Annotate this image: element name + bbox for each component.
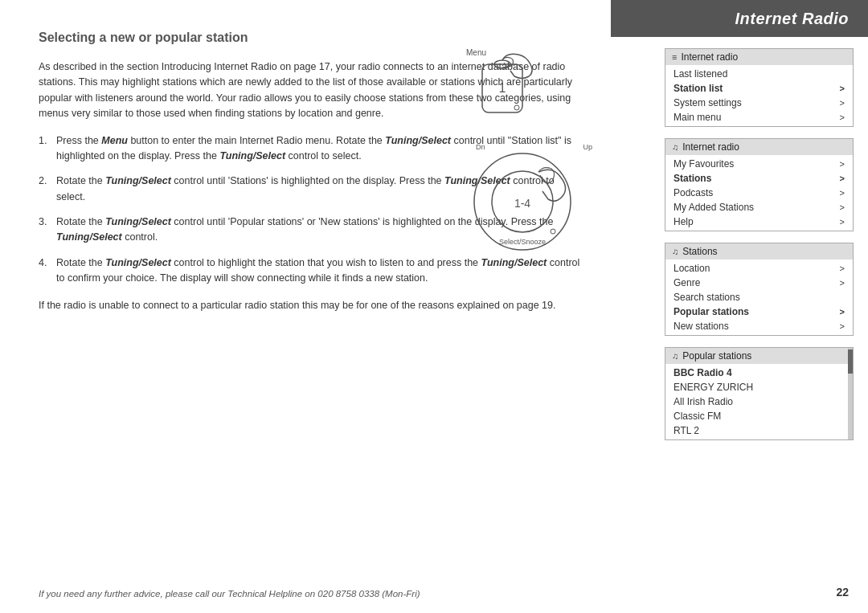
footer-text: If you need any further advice, please c… [39, 589, 420, 599]
row-label-system-settings: System settings [674, 97, 742, 108]
row-arrow-stations: > [840, 174, 845, 183]
row-label-main-menu: Main menu [674, 112, 721, 123]
row-label-popular-stations: Popular stations [674, 306, 749, 317]
panel-popular-stations: ♫ Popular stations BBC Radio 4 ENERGY ZU… [665, 347, 854, 440]
panel-header-2: ♫ Internet radio [665, 139, 853, 155]
panel-scrollbar[interactable] [848, 348, 853, 439]
panel-header-text-1: Internet radio [681, 51, 738, 63]
hand-button-diagram: 1 [458, 48, 563, 137]
row-arrow-help: > [840, 217, 845, 227]
row-arrow-system-settings: > [840, 98, 845, 108]
row-label-genre: Genre [674, 277, 700, 288]
panel-row-main-menu[interactable]: Main menu > [665, 110, 853, 125]
panel-row-last-listened[interactable]: Last listened [665, 67, 853, 81]
row-label-my-added-stations: My Added Stations [674, 202, 754, 213]
panel-icon-4: ♫ [672, 351, 678, 361]
panel-body-4: BBC Radio 4 ENERGY ZURICH All Irish Radi… [665, 364, 853, 439]
section-heading: Selecting a new or popular station [39, 31, 582, 45]
menu-label: Menu [466, 48, 486, 57]
panel-body-1: Last listened Station list > System sett… [665, 65, 853, 126]
panel-row-system-settings[interactable]: System settings > [665, 96, 853, 110]
page-number: 22 [836, 586, 849, 599]
panel-row-podcasts[interactable]: Podcasts > [665, 186, 853, 200]
panel-row-my-favourites[interactable]: My Favourites > [665, 157, 853, 171]
svg-point-3 [514, 105, 519, 110]
panel-internet-radio-1: ≡ Internet radio Last listened Station l… [665, 48, 854, 127]
row-label-station-list: Station list [674, 83, 723, 94]
row-label-stations: Stations [674, 173, 711, 184]
panel-row-genre[interactable]: Genre > [665, 276, 853, 290]
panel-header-4: ♫ Popular stations [665, 348, 853, 364]
row-label-podcasts: Podcasts [674, 187, 713, 198]
row-arrow-new-stations: > [840, 321, 845, 331]
row-label-my-favourites: My Favourites [674, 158, 734, 170]
panel-header-1: ≡ Internet radio [665, 49, 853, 65]
panel-row-help[interactable]: Help > [665, 215, 853, 229]
step-num-1: 1. [39, 133, 56, 165]
row-label-all-irish-radio: All Irish Radio [674, 396, 733, 407]
row-label-classic-fm: Classic FM [674, 411, 721, 422]
page-title: Internet Radio [735, 10, 849, 28]
panel-row-popular-stations[interactable]: Popular stations > [665, 304, 853, 319]
row-arrow-location: > [840, 264, 845, 273]
row-arrow-popular-stations: > [840, 307, 845, 317]
diagram-column: Menu 1 Dn Up 1-4 [458, 48, 615, 254]
row-arrow-my-added-stations: > [840, 202, 845, 212]
panel-row-stations[interactable]: Stations > [665, 171, 853, 186]
row-arrow-main-menu: > [840, 112, 845, 122]
svg-text:Select/Snooze: Select/Snooze [499, 238, 546, 246]
panel-header-text-4: Popular stations [682, 350, 751, 362]
panel-icon-2: ♫ [672, 142, 678, 152]
row-arrow-station-list: > [840, 84, 845, 93]
panel-row-classic-fm[interactable]: Classic FM [665, 409, 845, 423]
panel-icon-3: ♫ [672, 247, 678, 256]
svg-text:1-4: 1-4 [514, 197, 530, 210]
up-label: Up [583, 143, 592, 151]
row-label-rtl-2: RTL 2 [674, 425, 699, 436]
step-num-4: 4. [39, 255, 56, 287]
step-text-4: Rotate the Tuning/Select control to high… [56, 255, 582, 287]
row-label-last-listened: Last listened [674, 68, 727, 80]
panel-body-3: Location > Genre > Search stations Popul… [665, 260, 853, 335]
row-label-location: Location [674, 263, 710, 274]
panel-body-2: My Favourites > Stations > Podcasts > My… [665, 155, 853, 231]
panel-icon-1: ≡ [672, 52, 677, 62]
svg-text:1: 1 [499, 81, 506, 95]
panel-header-text-3: Stations [682, 246, 717, 257]
panel-row-rtl-2[interactable]: RTL 2 [665, 423, 845, 438]
panel-row-bbc-radio-4[interactable]: BBC Radio 4 [665, 366, 845, 380]
row-label-new-stations: New stations [674, 321, 729, 332]
panel-row-energy-zurich[interactable]: ENERGY ZURICH [665, 380, 845, 394]
step-num-3: 3. [39, 215, 56, 246]
panel-stations: ♫ Stations Location > Genre > Search sta… [665, 243, 854, 336]
row-label-energy-zurich: ENERGY ZURICH [674, 382, 753, 393]
knob-diagram: 1-4 Select/Snooze [458, 141, 587, 254]
panel-header-3: ♫ Stations [665, 243, 853, 260]
svg-point-7 [551, 229, 555, 234]
header-bar: Internet Radio [611, 0, 868, 37]
panel-row-new-stations[interactable]: New stations > [665, 319, 853, 333]
row-arrow-genre: > [840, 278, 845, 288]
panel-row-station-list[interactable]: Station list > [665, 81, 853, 96]
note-text: If the radio is unable to connect to a p… [39, 298, 582, 313]
row-arrow-podcasts: > [840, 188, 845, 198]
row-label-bbc-radio-4: BBC Radio 4 [674, 367, 732, 378]
panel-row-my-added-stations[interactable]: My Added Stations > [665, 200, 853, 215]
step-num-2: 2. [39, 174, 56, 205]
panel-row-all-irish-radio[interactable]: All Irish Radio [665, 394, 845, 409]
panel-row-location[interactable]: Location > [665, 261, 853, 276]
panel-header-text-2: Internet radio [682, 141, 739, 153]
panel-row-search-stations[interactable]: Search stations [665, 290, 853, 304]
panel-internet-radio-2: ♫ Internet radio My Favourites > Station… [665, 138, 854, 231]
panel-scrollbar-thumb [848, 349, 853, 374]
row-label-search-stations: Search stations [674, 292, 740, 303]
step-4: 4. Rotate the Tuning/Select control to h… [39, 255, 582, 287]
panels-column: ≡ Internet radio Last listened Station l… [665, 48, 854, 440]
row-arrow-my-favourites: > [840, 159, 845, 169]
row-label-help: Help [674, 216, 694, 227]
dn-label: Dn [476, 143, 485, 151]
